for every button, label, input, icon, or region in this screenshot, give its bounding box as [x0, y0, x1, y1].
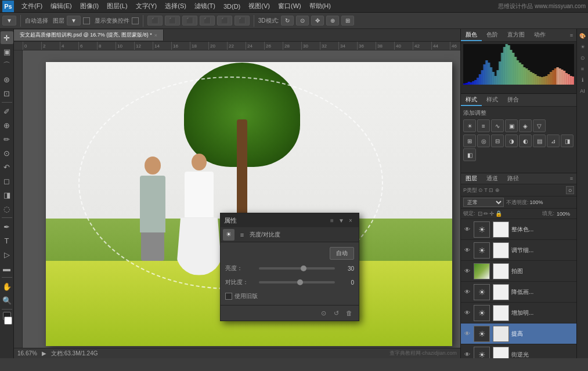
menu-view[interactable]: 视图(V) — [244, 1, 274, 12]
history-brush[interactable]: ↶ — [1, 161, 13, 173]
adj-threshold[interactable]: ⊿ — [547, 134, 560, 147]
layer-item[interactable]: 👁拍图 — [461, 261, 576, 282]
dialog-titlebar[interactable]: 属性 ≡ ▼ × — [221, 213, 359, 227]
auto-select-checkbox[interactable] — [83, 17, 90, 24]
adj-hsl[interactable]: ▽ — [533, 119, 546, 132]
mini-adj-icon[interactable]: ☀ — [578, 42, 587, 52]
layer-item[interactable]: 👁☀调节细... — [461, 240, 576, 261]
align-center-h[interactable]: ⬛ — [165, 16, 180, 26]
clip-mask-icon[interactable]: ⊙ — [318, 308, 329, 318]
brush-tool[interactable]: ✏ — [1, 133, 13, 146]
adj-gradient-map[interactable]: ◨ — [561, 134, 573, 147]
blend-mode-select[interactable]: 正常 — [463, 198, 504, 207]
zoom-tool[interactable]: 🔍 — [1, 294, 13, 307]
histogram-tab[interactable]: 直方图 — [503, 30, 529, 41]
lock-position-icon[interactable]: ✛ — [489, 210, 494, 217]
align-center-v[interactable]: ⬛ — [217, 16, 232, 26]
delete-icon[interactable]: 🗑 — [344, 308, 354, 318]
layer-visibility-icon[interactable]: 👁 — [463, 330, 471, 338]
align-left[interactable]: ⬛ — [147, 16, 163, 26]
contrast-slider-thumb[interactable] — [297, 279, 303, 285]
canvas-content[interactable]: 属性 ≡ ▼ × ☀ ≡ 亮度/对比度 自动 亮度： — [23, 50, 460, 348]
bg-color[interactable] — [4, 317, 12, 325]
dialog-collapse-btn[interactable]: ▼ — [337, 216, 346, 225]
blur-tool[interactable]: ◌ — [1, 202, 13, 215]
brightness-tool-icon[interactable]: ☀ — [223, 229, 235, 241]
adj-tab[interactable]: 样式 — [482, 94, 503, 106]
marquee-tool[interactable]: ▣ — [1, 45, 13, 58]
3d-orbit[interactable]: ⊙ — [296, 16, 309, 26]
align-right[interactable]: ⬛ — [182, 16, 197, 26]
3d-rotate[interactable]: ↻ — [281, 16, 294, 26]
hand-tool[interactable]: ✋ — [1, 280, 13, 293]
actions-tab[interactable]: 动作 — [529, 30, 550, 41]
layer-item[interactable]: 👁☀增加明... — [461, 303, 576, 323]
gradient-tool[interactable]: ◨ — [1, 188, 13, 201]
layer-item[interactable]: 👁☀提高 — [461, 323, 576, 344]
dialog-tool-icon[interactable]: ≡ — [236, 229, 248, 241]
legacy-checkbox[interactable] — [225, 293, 232, 300]
brightness-slider-thumb[interactable] — [301, 265, 306, 271]
layer-item[interactable]: 👁☀降低画... — [461, 282, 576, 303]
menu-select[interactable]: 选择(S) — [161, 1, 190, 12]
channels-tab[interactable]: 通道 — [482, 173, 503, 184]
filter-toggle[interactable]: ○ — [566, 186, 574, 194]
tool-preset-btn[interactable]: ▼ — [2, 16, 16, 26]
comp-tab[interactable]: 拼合 — [503, 94, 524, 106]
lock-all-icon[interactable]: 🔒 — [495, 210, 502, 217]
layer-visibility-icon[interactable]: 👁 — [463, 288, 471, 296]
clone-tool[interactable]: ⊙ — [1, 147, 13, 159]
eraser-tool[interactable]: ◻ — [1, 174, 13, 187]
menu-file[interactable]: 文件(F) — [17, 1, 46, 12]
adj-selective[interactable]: ◧ — [463, 148, 476, 161]
adj-invert[interactable]: ◑ — [505, 134, 518, 147]
menu-3d[interactable]: 3D(D) — [219, 2, 244, 11]
layer-select-btn[interactable]: ▼ — [67, 16, 81, 26]
lock-transparent-icon[interactable]: ⊡ — [478, 210, 482, 217]
mini-color-icon[interactable]: 🎨 — [578, 31, 587, 41]
adj-exposure[interactable]: ▣ — [505, 119, 518, 132]
align-bottom[interactable]: ⬛ — [235, 16, 250, 26]
auto-button[interactable]: 自动 — [330, 247, 354, 260]
mini-info-icon[interactable]: ℹ — [578, 75, 587, 85]
lasso-tool[interactable]: ⌒ — [1, 59, 13, 72]
menu-image[interactable]: 图像(I) — [76, 1, 103, 12]
layer-visibility-icon[interactable]: 👁 — [463, 246, 471, 254]
pen-tool[interactable]: ✒ — [1, 220, 13, 233]
layer-item[interactable]: 👁☀街逆光 — [461, 344, 576, 358]
layers-options-btn[interactable]: ≡ — [567, 174, 576, 183]
dialog-menu-btn[interactable]: ≡ — [327, 216, 337, 225]
document-tab[interactable]: 安文超高质修图组训构.psd @ 16.7% (提亮, 图层蒙版/8) * × — [14, 30, 164, 41]
paths-tab[interactable]: 路径 — [503, 173, 524, 184]
style-tab[interactable]: 样式 — [461, 94, 482, 106]
panel-options-btn[interactable]: ≡ — [567, 31, 576, 39]
adj-levels[interactable]: ≡ — [477, 119, 490, 132]
adj-curves[interactable]: ∿ — [491, 119, 504, 132]
path-select-tool[interactable]: ▷ — [1, 248, 13, 261]
adj-photo-filter[interactable]: ◎ — [477, 134, 490, 147]
layers-tab[interactable]: 图层 — [461, 173, 482, 184]
menu-filter[interactable]: 滤镜(T) — [190, 1, 219, 12]
type-tool[interactable]: T — [1, 234, 13, 247]
color-tab[interactable]: 颜色 — [461, 30, 482, 41]
3d-slide[interactable]: ⊕ — [326, 16, 339, 26]
layer-visibility-icon[interactable]: 👁 — [463, 225, 471, 234]
layer-visibility-icon[interactable]: 👁 — [463, 267, 471, 275]
shape-tool[interactable]: ▬ — [1, 262, 13, 275]
3d-pan[interactable]: ✥ — [311, 16, 324, 26]
layer-visibility-icon[interactable]: 👁 — [463, 309, 471, 317]
menu-text[interactable]: 文字(Y) — [132, 1, 161, 12]
adj-channel-mix[interactable]: ⊟ — [491, 134, 504, 147]
adj-cb[interactable]: ⊞ — [463, 134, 476, 147]
menu-edit[interactable]: 编辑(E) — [46, 1, 76, 12]
tab-close-btn[interactable]: × — [154, 32, 157, 38]
adj-posterize[interactable]: ▤ — [533, 134, 546, 147]
show-transform-checkbox[interactable] — [132, 17, 139, 24]
adj-bw[interactable]: ◐ — [519, 134, 532, 147]
menu-help[interactable]: 帮助(H) — [305, 1, 335, 12]
move-tool[interactable]: ✛ — [1, 31, 13, 44]
crop-tool[interactable]: ⊡ — [1, 87, 13, 100]
menu-layer[interactable]: 图层(L) — [103, 1, 131, 12]
eyedropper-tool[interactable]: ✐ — [1, 105, 13, 118]
levels-tab[interactable]: 色阶 — [482, 30, 503, 41]
